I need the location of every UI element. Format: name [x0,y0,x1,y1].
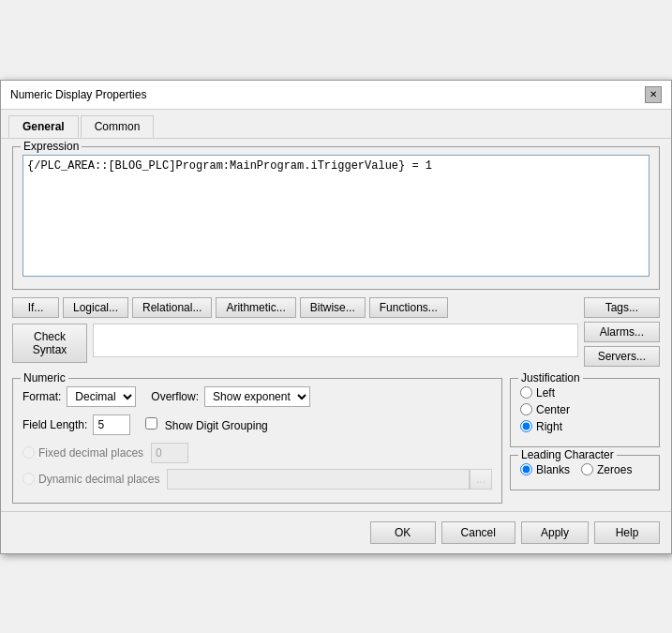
lower-section: Numeric Format: Decimal Overflow: Show e… [12,378,660,504]
fixed-decimal-row: Fixed decimal places [22,443,492,463]
zeroes-radio-row: Zeroes [581,463,632,476]
zeroes-radio[interactable] [581,463,593,475]
justification-group-label: Justification [518,371,583,384]
title-bar: Numeric Display Properties ✕ [1,81,671,110]
show-digit-grouping-checkbox[interactable] [145,417,157,430]
toolbar-row: If... Logical... Relational... Arithmeti… [12,297,578,318]
expression-group: Expression [12,146,660,290]
toolbar-left: If... Logical... Relational... Arithmeti… [12,297,578,370]
check-syntax-button[interactable]: Check Syntax [12,324,87,363]
expression-input[interactable] [22,155,650,277]
numeric-group: Numeric Format: Decimal Overflow: Show e… [12,378,502,504]
field-length-label: Field Length: [22,418,87,431]
expression-textarea-wrapper [22,155,650,279]
if-button[interactable]: If... [12,297,59,318]
center-label: Center [536,403,570,416]
fixed-decimal-radio[interactable] [22,446,35,459]
leading-character-group: Leading Character Blanks Zeroes [510,455,660,490]
check-syntax-result [93,324,578,357]
check-syntax-row: Check Syntax [12,324,578,363]
left-radio[interactable] [520,386,532,399]
left-label: Left [536,386,555,399]
dialog-title: Numeric Display Properties [10,88,146,101]
cancel-button[interactable]: Cancel [441,521,515,544]
tags-button[interactable]: Tags... [584,297,660,318]
center-radio-row: Center [520,403,650,416]
show-digit-grouping-label: Show Digit Grouping [145,417,267,432]
tab-common[interactable]: Common [81,115,155,138]
overflow-select[interactable]: Show exponent [204,386,310,407]
blanks-label: Blanks [536,463,570,476]
justification-group: Justification Left Center Right [510,378,660,447]
fixed-decimal-input[interactable] [151,443,188,463]
overflow-label: Overflow: [151,390,199,403]
functions-button[interactable]: Functions... [369,297,448,318]
right-radio-row: Right [520,420,650,433]
dialog: Numeric Display Properties ✕ General Com… [0,80,672,554]
help-button[interactable]: Help [594,521,660,544]
dynamic-decimal-label: Dynamic decimal places [38,473,159,486]
servers-button[interactable]: Servers... [584,346,660,367]
bottom-bar: OK Cancel Apply Help [1,511,671,553]
field-length-row: Field Length: Show Digit Grouping [22,414,492,435]
left-radio-row: Left [520,386,650,399]
right-groups: Justification Left Center Right [510,378,660,504]
leading-character-options: Blanks Zeroes [520,463,650,480]
logical-button[interactable]: Logical... [63,297,128,318]
format-select[interactable]: Decimal [67,386,136,407]
right-label: Right [536,420,562,433]
format-label: Format: [22,390,61,403]
bitwise-button[interactable]: Bitwise... [300,297,366,318]
relational-button[interactable]: Relational... [132,297,212,318]
tabs-container: General Common [1,110,671,139]
ok-button[interactable]: OK [370,521,436,544]
numeric-group-label: Numeric [21,371,68,384]
zeroes-label: Zeroes [597,463,632,476]
blanks-radio-row: Blanks [520,463,570,476]
fixed-decimal-label: Fixed decimal places [38,446,143,460]
arithmetic-button[interactable]: Arithmetic... [216,297,295,318]
leading-character-group-label: Leading Character [518,448,617,461]
dynamic-decimal-radio[interactable] [22,473,35,485]
close-button[interactable]: ✕ [645,86,662,103]
center-radio[interactable] [520,403,532,415]
format-row: Format: Decimal Overflow: Show exponent [22,386,492,407]
blanks-radio[interactable] [520,463,532,475]
tab-general[interactable]: General [8,115,79,138]
toolbar-right: Tags... Alarms... Servers... [584,297,660,370]
dynamic-decimal-browse-button[interactable]: ... [470,469,492,490]
apply-button[interactable]: Apply [521,521,589,544]
toolbar-section: If... Logical... Relational... Arithmeti… [12,297,660,370]
dynamic-decimal-row: Dynamic decimal places ... [22,469,492,490]
right-radio[interactable] [520,420,532,432]
content-area: Expression If... Logical... Relational..… [1,139,671,511]
alarms-button[interactable]: Alarms... [584,322,660,342]
dynamic-decimal-input[interactable] [167,469,470,490]
field-length-input[interactable] [93,414,130,435]
expression-group-label: Expression [21,140,82,153]
